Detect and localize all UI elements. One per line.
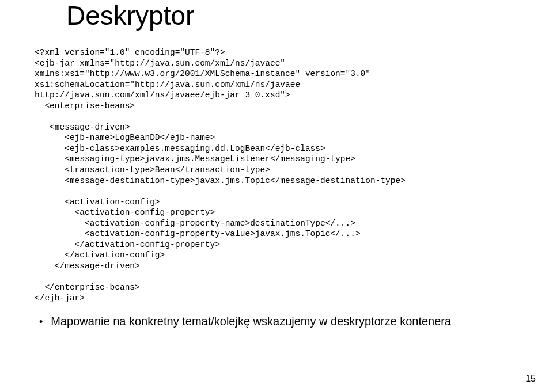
bullet-item: • Mapowanie na konkretny temat/kolejkę w… [35,315,518,329]
bullet-text: Mapowanie na konkretny temat/kolejkę wsk… [51,315,451,328]
bullet-dot-icon: • [39,315,43,329]
page-number: 15 [525,374,536,384]
code-block: <?xml version="1.0" encoding="UTF-8"?> <… [35,47,518,303]
page-title: Deskryptor [35,0,518,31]
slide-page: Deskryptor <?xml version="1.0" encoding=… [0,0,553,392]
